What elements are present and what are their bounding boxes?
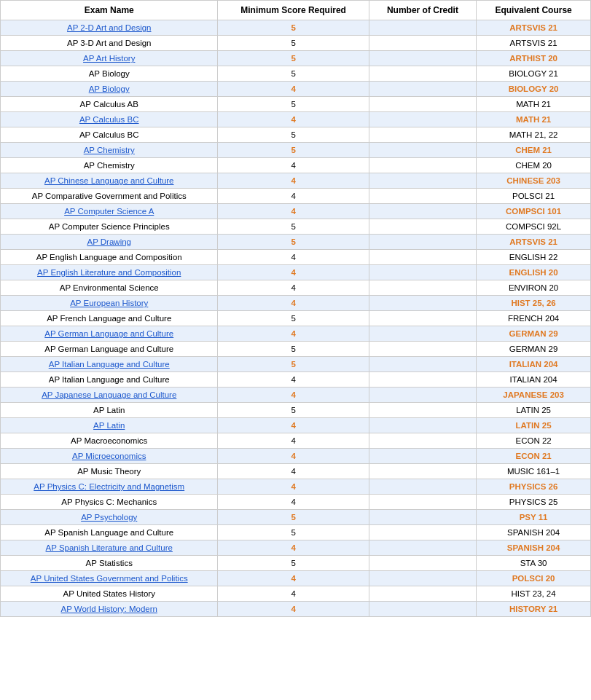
- exam-name-cell: AP World History: Modern: [1, 602, 218, 617]
- exam-name-cell: AP Calculus BC: [1, 112, 218, 127]
- table-row: AP Spanish Language and Culture5SPANISH …: [1, 525, 591, 540]
- exam-name-cell: AP Physics C: Electricity and Magnetism: [1, 479, 218, 495]
- min-score-cell: 4: [218, 326, 369, 342]
- credits-cell: [369, 495, 476, 510]
- credits-cell: [369, 540, 476, 556]
- table-row: AP Music Theory4MUSIC 161–1: [1, 464, 591, 479]
- table-row: AP Environmental Science4ENVIRON 20: [1, 280, 591, 296]
- table-row: AP Drawing5ARTSVIS 21: [1, 235, 591, 250]
- credits-cell: [369, 20, 476, 36]
- exam-name-cell: AP French Language and Culture: [1, 311, 218, 326]
- table-row: AP Chinese Language and Culture4CHINESE …: [1, 173, 591, 189]
- equiv-course-cell: MATH 21: [477, 97, 591, 112]
- exam-name-cell: AP Chemistry: [1, 158, 218, 173]
- min-score-cell: 5: [218, 403, 369, 418]
- exam-name-cell: AP Environmental Science: [1, 280, 218, 296]
- header-min-score: Minimum Score Required: [218, 1, 369, 20]
- credits-cell: [369, 127, 476, 143]
- equiv-course-cell: LATIN 25: [477, 403, 591, 418]
- exam-name-cell: AP German Language and Culture: [1, 326, 218, 342]
- credits-cell: [369, 204, 476, 219]
- equiv-course-cell: ARTSVIS 21: [477, 36, 591, 51]
- min-score-cell: 4: [218, 418, 369, 433]
- exam-name-cell: AP Calculus BC: [1, 127, 218, 143]
- min-score-cell: 5: [218, 311, 369, 326]
- table-row: AP Comparative Government and Politics4P…: [1, 189, 591, 204]
- credits-cell: [369, 173, 476, 189]
- table-row: AP Chemistry4CHEM 20: [1, 158, 591, 173]
- equiv-course-cell: COMPSCI 101: [477, 204, 591, 219]
- table-row: AP Calculus BC4MATH 21: [1, 112, 591, 127]
- equiv-course-cell: ECON 21: [477, 449, 591, 464]
- equiv-course-cell: BIOLOGY 21: [477, 66, 591, 82]
- equiv-course-cell: BIOLOGY 20: [477, 82, 591, 97]
- table-row: AP Computer Science A4COMPSCI 101: [1, 204, 591, 219]
- equiv-course-cell: HIST 23, 24: [477, 586, 591, 602]
- exam-name-cell: AP Art History: [1, 51, 218, 66]
- table-row: AP Biology4BIOLOGY 20: [1, 82, 591, 97]
- credits-cell: [369, 296, 476, 311]
- table-row: AP 3-D Art and Design5ARTSVIS 21: [1, 36, 591, 51]
- exam-name-cell: AP Chemistry: [1, 143, 218, 158]
- exam-name-cell: AP 2-D Art and Design: [1, 20, 218, 36]
- min-score-cell: 4: [218, 265, 369, 280]
- exam-name-cell: AP Biology: [1, 66, 218, 82]
- table-row: AP Computer Science Principles5COMPSCI 9…: [1, 219, 591, 235]
- min-score-cell: 4: [218, 204, 369, 219]
- min-score-cell: 4: [218, 571, 369, 586]
- table-row: AP Italian Language and Culture5ITALIAN …: [1, 357, 591, 372]
- credits-cell: [369, 143, 476, 158]
- equiv-course-cell: ARTHIST 20: [477, 51, 591, 66]
- equiv-course-cell: CHEM 21: [477, 143, 591, 158]
- credits-cell: [369, 418, 476, 433]
- table-row: AP World History: Modern4HISTORY 21: [1, 602, 591, 617]
- equiv-course-cell: HISTORY 21: [477, 602, 591, 617]
- equiv-course-cell: SPANISH 204: [477, 525, 591, 540]
- table-row: AP United States Government and Politics…: [1, 571, 591, 586]
- equiv-course-cell: ENGLISH 20: [477, 265, 591, 280]
- min-score-cell: 5: [218, 342, 369, 357]
- min-score-cell: 5: [218, 97, 369, 112]
- credits-cell: [369, 112, 476, 127]
- credits-cell: [369, 556, 476, 571]
- exam-name-cell: AP United States Government and Politics: [1, 571, 218, 586]
- exam-name-cell: AP Italian Language and Culture: [1, 372, 218, 388]
- exam-name-cell: AP German Language and Culture: [1, 342, 218, 357]
- exam-name-cell: AP Comparative Government and Politics: [1, 189, 218, 204]
- exam-name-cell: AP English Literature and Composition: [1, 265, 218, 280]
- credits-cell: [369, 479, 476, 495]
- table-row: AP Macroeconomics4ECON 22: [1, 433, 591, 449]
- header-exam-name: Exam Name: [1, 1, 218, 20]
- equiv-course-cell: MUSIC 161–1: [477, 464, 591, 479]
- credits-cell: [369, 219, 476, 235]
- min-score-cell: 4: [218, 602, 369, 617]
- min-score-cell: 5: [218, 235, 369, 250]
- min-score-cell: 4: [218, 82, 369, 97]
- equiv-course-cell: ARTSVIS 21: [477, 235, 591, 250]
- min-score-cell: 4: [218, 433, 369, 449]
- credits-cell: [369, 571, 476, 586]
- table-row: AP Latin4LATIN 25: [1, 418, 591, 433]
- min-score-cell: 4: [218, 388, 369, 403]
- exam-name-cell: AP Physics C: Mechanics: [1, 495, 218, 510]
- header-equiv-course: Equivalent Course: [477, 1, 591, 20]
- min-score-cell: 5: [218, 51, 369, 66]
- exam-name-cell: AP Drawing: [1, 235, 218, 250]
- table-row: AP English Literature and Composition4EN…: [1, 265, 591, 280]
- equiv-course-cell: ARTSVIS 21: [477, 20, 591, 36]
- min-score-cell: 5: [218, 66, 369, 82]
- min-score-cell: 4: [218, 112, 369, 127]
- table-row: AP French Language and Culture5FRENCH 20…: [1, 311, 591, 326]
- credits-cell: [369, 602, 476, 617]
- equiv-course-cell: GERMAN 29: [477, 326, 591, 342]
- equiv-course-cell: MATH 21, 22: [477, 127, 591, 143]
- exam-name-cell: AP Biology: [1, 82, 218, 97]
- min-score-cell: 4: [218, 280, 369, 296]
- table-row: AP Statistics5STA 30: [1, 556, 591, 571]
- credits-cell: [369, 66, 476, 82]
- table-row: AP Psychology5PSY 11: [1, 510, 591, 525]
- table-row: AP Microeconomics4ECON 21: [1, 449, 591, 464]
- exam-name-cell: AP Microeconomics: [1, 449, 218, 464]
- table-row: AP German Language and Culture5GERMAN 29: [1, 342, 591, 357]
- exam-name-cell: AP Latin: [1, 403, 218, 418]
